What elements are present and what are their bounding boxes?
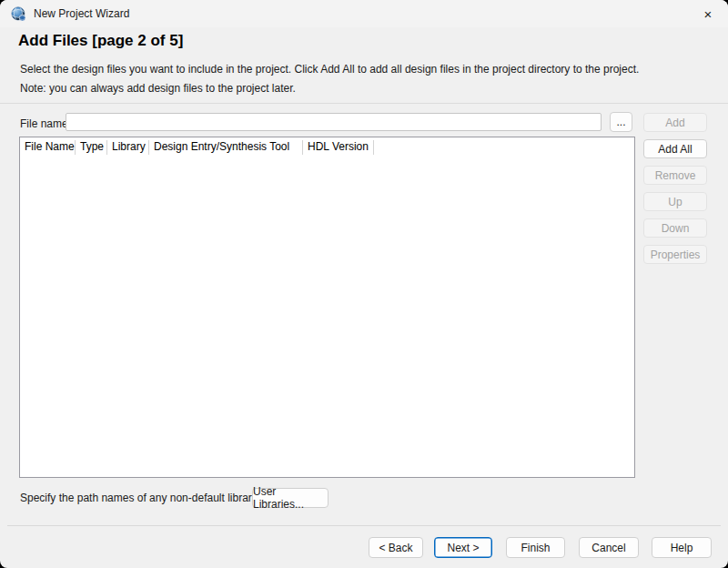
properties-button-label: Properties [651,248,701,261]
column-header-design-entry-tool[interactable]: Design Entry/Synthesis Tool [149,137,303,157]
add-all-button[interactable]: Add All [643,139,707,158]
column-header-filler [374,137,634,157]
user-libraries-button-label: User Libraries... [253,485,328,511]
close-icon: × [704,6,713,22]
browse-button[interactable]: ... [610,112,632,132]
add-button[interactable]: Add [643,113,707,132]
down-button-label: Down [662,222,690,235]
page-description: Select the design files you want to incl… [20,63,639,76]
close-button[interactable]: × [688,0,728,27]
properties-button[interactable]: Properties [643,245,707,264]
down-button[interactable]: Down [643,218,707,238]
column-header-type[interactable]: Type [76,137,107,157]
libraries-text: Specify the path names of any non-defaul… [20,492,269,504]
new-project-wizard-dialog: New Project Wizard × Add Files [page 2 o… [0,0,728,568]
file-name-input[interactable] [66,113,602,131]
finish-button-label: Finish [521,542,550,554]
files-table-header: File Name Type Library Design Entry/Synt… [20,137,634,157]
up-button-label: Up [668,196,682,208]
add-all-button-label: Add All [658,143,692,156]
footer-separator [7,525,721,526]
up-button[interactable]: Up [643,192,707,211]
user-libraries-button[interactable]: User Libraries... [252,488,329,508]
remove-button-label: Remove [655,169,696,182]
column-header-library[interactable]: Library [107,137,149,157]
next-button[interactable]: Next > [434,537,492,558]
column-header-hdl-version[interactable]: HDL Version [303,137,374,157]
back-button-label: < Back [379,542,412,554]
next-button-label: Next > [447,542,479,554]
help-button-label: Help [671,542,693,554]
titlebar: New Project Wizard × [0,0,728,27]
page-title: Add Files [page 2 of 5] [18,32,183,50]
ellipsis-icon: ... [616,116,625,128]
add-button-label: Add [665,117,684,129]
window-title: New Project Wizard [34,7,129,20]
finish-button[interactable]: Finish [506,537,565,558]
header-separator [0,103,728,104]
quartus-globe-icon [11,6,26,22]
files-table[interactable]: File Name Type Library Design Entry/Synt… [19,137,635,478]
remove-button[interactable]: Remove [643,166,707,185]
cancel-button-label: Cancel [592,542,625,554]
back-button[interactable]: < Back [369,537,423,558]
column-header-file-name[interactable]: File Name [20,137,76,157]
help-button[interactable]: Help [652,537,712,558]
page-note: Note: you can always add design files to… [20,82,296,95]
file-name-label: File name: [20,117,71,130]
cancel-button[interactable]: Cancel [579,537,639,558]
files-table-body[interactable] [20,157,634,477]
